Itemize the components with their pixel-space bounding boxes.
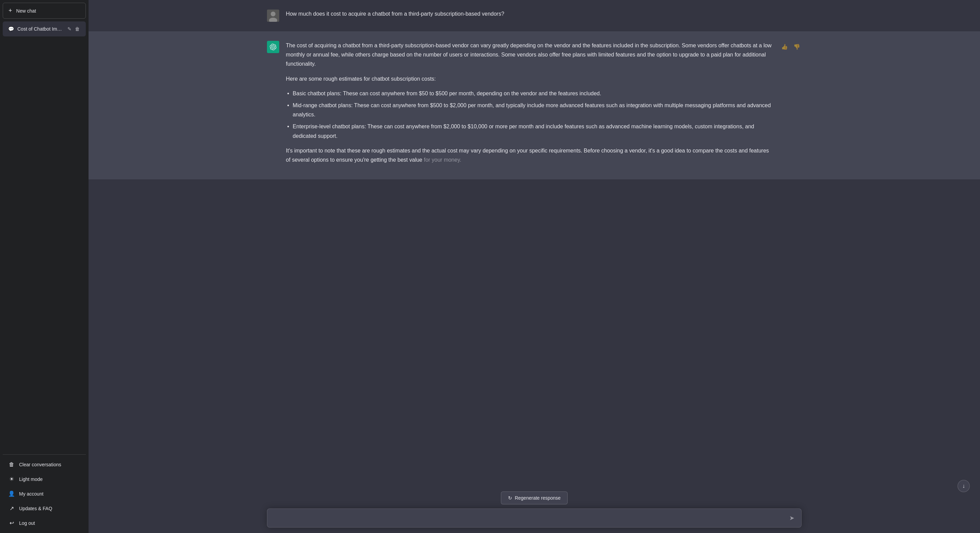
regenerate-response-button[interactable]: ↻ Regenerate response	[501, 492, 568, 504]
clear-conversations-button[interactable]: 🗑 Clear conversations	[3, 457, 86, 472]
ai-paragraph-3: It's important to note that these are ro…	[286, 146, 773, 164]
my-account-button[interactable]: 👤 My account	[3, 486, 86, 501]
user-message-row: How much does it cost to acquire a chatb…	[89, 0, 980, 31]
updates-faq-label: Updates & FAQ	[19, 506, 52, 511]
ai-bullet-list: Basic chatbot plans: These can cost anyw…	[286, 89, 773, 141]
logout-icon: ↩	[8, 520, 15, 526]
ai-paragraph-3-faded: for your money.	[424, 157, 461, 163]
ai-message-content: The cost of acquiring a chatbot from a t…	[286, 41, 773, 170]
ai-avatar	[267, 41, 279, 53]
send-icon: ➤	[789, 515, 794, 522]
ai-bullet-item-3: Enterprise-level chatbot plans: These ca…	[286, 122, 773, 140]
chat-history-title: Cost of Chatbot Imple	[18, 26, 63, 32]
chat-bubble-icon: 💬	[8, 26, 14, 32]
light-mode-button[interactable]: ☀ Light mode	[3, 472, 86, 486]
regenerate-btn-row: ↻ Regenerate response	[267, 492, 802, 504]
main-content: How much does it cost to acquire a chatb…	[89, 0, 980, 533]
sidebar: + New chat 💬 Cost of Chatbot Imple ✎ 🗑 🗑…	[0, 0, 89, 533]
my-account-label: My account	[19, 491, 44, 497]
thumbs-down-button[interactable]: 👎	[792, 42, 802, 51]
external-link-icon: ↗	[8, 505, 15, 512]
log-out-label: Log out	[19, 520, 35, 526]
input-row: ➤	[267, 509, 802, 528]
chevron-down-icon: ↓	[962, 483, 965, 489]
ai-paragraph-2: Here are some rough estimates for chatbo…	[286, 74, 773, 83]
feedback-icons: 👍 👎	[780, 42, 802, 51]
chat-area: How much does it cost to acquire a chatb…	[89, 0, 980, 486]
updates-faq-button[interactable]: ↗ Updates & FAQ	[3, 501, 86, 516]
scroll-down-button[interactable]: ↓	[958, 480, 970, 492]
chat-input[interactable]	[273, 515, 788, 521]
ai-paragraph-1: The cost of acquiring a chatbot from a t…	[286, 41, 773, 69]
ai-message-row: The cost of acquiring a chatbot from a t…	[89, 31, 980, 179]
trash-icon: 🗑	[8, 462, 15, 468]
delete-chat-button[interactable]: 🗑	[74, 25, 80, 32]
thumbs-up-button[interactable]: 👍	[780, 42, 789, 51]
bottom-bar: ↻ Regenerate response ➤	[89, 486, 980, 533]
svg-point-1	[271, 11, 275, 16]
light-mode-label: Light mode	[19, 476, 43, 482]
send-button[interactable]: ➤	[788, 513, 796, 523]
ai-bullet-item-2: Mid-range chatbot plans: These can cost …	[286, 101, 773, 119]
chat-history-item[interactable]: 💬 Cost of Chatbot Imple ✎ 🗑	[3, 21, 86, 36]
refresh-icon: ↻	[508, 495, 512, 501]
user-icon: 👤	[8, 490, 15, 497]
log-out-button[interactable]: ↩ Log out	[3, 516, 86, 530]
user-message-text: How much does it cost to acquire a chatb…	[286, 10, 802, 18]
regenerate-label: Regenerate response	[515, 495, 561, 501]
ai-bullet-item-1: Basic chatbot plans: These can cost anyw…	[286, 89, 773, 98]
plus-icon: +	[8, 7, 12, 14]
ai-paragraph-3-text: It's important to note that these are ro…	[286, 148, 769, 163]
chat-action-icons: ✎ 🗑	[67, 25, 80, 32]
sun-icon: ☀	[8, 476, 15, 482]
edit-chat-button[interactable]: ✎	[67, 25, 72, 32]
user-avatar	[267, 10, 279, 22]
new-chat-label: New chat	[16, 8, 36, 14]
sidebar-divider	[3, 454, 86, 455]
clear-conversations-label: Clear conversations	[19, 462, 61, 467]
chat-history: 💬 Cost of Chatbot Imple ✎ 🗑	[3, 21, 86, 37]
new-chat-button[interactable]: + New chat	[3, 3, 86, 19]
